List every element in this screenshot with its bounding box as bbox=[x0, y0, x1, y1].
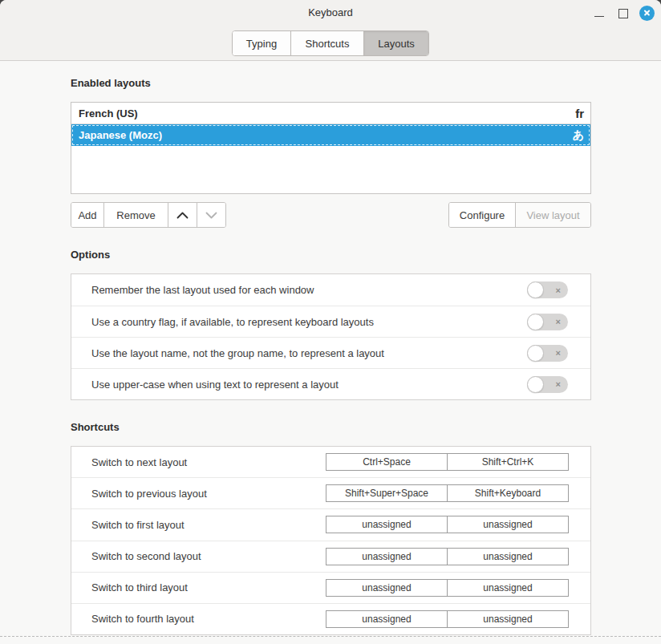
keybinding-cell[interactable]: unassigned bbox=[447, 580, 568, 596]
options-heading: Options bbox=[71, 249, 591, 261]
keyboard-settings-window: Keyboard Typing Shortcuts Layouts Enable… bbox=[0, 0, 661, 644]
titlebar[interactable]: Keyboard bbox=[0, 0, 661, 26]
keybinding-cell[interactable]: unassigned bbox=[326, 611, 447, 627]
enabled-layouts-heading: Enabled layouts bbox=[71, 77, 591, 90]
toggle-off-icon: × bbox=[556, 380, 561, 389]
toggle-off-icon: × bbox=[556, 318, 561, 326]
keybinding-cell[interactable]: unassigned bbox=[447, 549, 568, 565]
tab-shortcuts[interactable]: Shortcuts bbox=[290, 31, 363, 55]
option-label: Use a country flag, if available, to rep… bbox=[91, 316, 374, 328]
window-title: Keyboard bbox=[0, 6, 661, 18]
maximize-icon[interactable] bbox=[616, 6, 629, 19]
keybinding-cell[interactable]: unassigned bbox=[326, 549, 447, 565]
shortcut-label: Switch to next layout bbox=[91, 456, 187, 468]
move-up-button[interactable] bbox=[168, 203, 197, 227]
options-panel: Remember the last layout used for each w… bbox=[71, 273, 591, 400]
shortcut-label: Switch to previous layout bbox=[91, 488, 207, 500]
keybinding-pair: Ctrl+Space Shift+Ctrl+K bbox=[326, 453, 569, 471]
shortcut-label: Switch to first layout bbox=[91, 519, 185, 531]
toggle-country-flag[interactable]: × bbox=[527, 314, 568, 330]
configure-button-group: Configure View layout bbox=[448, 202, 591, 228]
minimize-icon[interactable] bbox=[593, 6, 606, 19]
layout-list-buttons: Add Remove Configure View layout bbox=[71, 202, 591, 228]
keybinding-cell[interactable]: Shift+Super+Space bbox=[326, 485, 447, 501]
add-button[interactable]: Add bbox=[71, 203, 103, 227]
layout-row-japanese[interactable]: Japanese (Mozc) あ bbox=[71, 124, 590, 146]
option-country-flag: Use a country flag, if available, to rep… bbox=[71, 306, 590, 337]
keybinding-cell[interactable]: unassigned bbox=[447, 611, 568, 627]
close-icon[interactable] bbox=[639, 6, 655, 21]
shortcut-previous-layout: Switch to previous layout Shift+Super+Sp… bbox=[71, 477, 590, 508]
toggle-knob bbox=[527, 376, 544, 393]
edit-button-group: Add Remove bbox=[71, 202, 226, 228]
toggle-remember-last-layout[interactable]: × bbox=[527, 281, 568, 298]
option-upper-case: Use upper-case when using text to repres… bbox=[71, 368, 590, 399]
move-down-button[interactable] bbox=[197, 203, 225, 227]
view-layout-button[interactable]: View layout bbox=[515, 203, 590, 227]
shortcut-label: Switch to second layout bbox=[91, 550, 201, 562]
shortcut-next-layout: Switch to next layout Ctrl+Space Shift+C… bbox=[71, 447, 590, 477]
option-label: Remember the last layout used for each w… bbox=[91, 284, 314, 296]
tab-typing[interactable]: Typing bbox=[233, 31, 290, 55]
keybinding-pair: unassigned unassigned bbox=[326, 610, 569, 628]
shortcut-first-layout: Switch to first layout unassigned unassi… bbox=[71, 508, 590, 540]
keybinding-cell[interactable]: unassigned bbox=[326, 516, 447, 533]
layouts-page: Enabled layouts French (US) fr Japanese … bbox=[0, 77, 661, 635]
layout-name: French (US) bbox=[79, 107, 138, 119]
toggle-knob bbox=[527, 281, 544, 298]
option-remember-last-layout: Remember the last layout used for each w… bbox=[71, 274, 590, 306]
shortcut-label: Switch to fourth layout bbox=[91, 613, 194, 625]
keybinding-cell[interactable]: Ctrl+Space bbox=[326, 454, 447, 470]
shortcut-second-layout: Switch to second layout unassigned unass… bbox=[71, 541, 590, 572]
layout-indicator-ja: あ bbox=[573, 128, 584, 143]
configure-button[interactable]: Configure bbox=[449, 203, 515, 227]
shortcuts-heading: Shortcuts bbox=[71, 421, 591, 434]
toggle-knob bbox=[527, 314, 544, 330]
keybinding-pair: unassigned unassigned bbox=[326, 579, 569, 597]
keybinding-cell[interactable]: unassigned bbox=[326, 580, 447, 596]
keybinding-cell[interactable]: Shift+Keyboard bbox=[447, 485, 568, 501]
tab-group: Typing Shortcuts Layouts bbox=[232, 30, 429, 56]
option-layout-name: Use the layout name, not the group name,… bbox=[71, 337, 590, 368]
shortcut-fourth-layout: Switch to fourth layout unassigned unass… bbox=[71, 603, 590, 634]
tab-layouts[interactable]: Layouts bbox=[363, 31, 428, 55]
window-header: Keyboard Typing Shortcuts Layouts bbox=[0, 0, 661, 61]
remove-button[interactable]: Remove bbox=[103, 203, 168, 227]
keybinding-pair: unassigned unassigned bbox=[326, 548, 569, 565]
toggle-layout-name[interactable]: × bbox=[527, 345, 568, 362]
keybinding-cell[interactable]: Shift+Ctrl+K bbox=[447, 454, 568, 470]
toggle-upper-case[interactable]: × bbox=[527, 376, 568, 393]
keybinding-pair: Shift+Super+Space Shift+Keyboard bbox=[326, 484, 569, 502]
option-label: Use the layout name, not the group name,… bbox=[91, 347, 384, 359]
tab-bar: Typing Shortcuts Layouts bbox=[0, 30, 661, 56]
option-label: Use upper-case when using text to repres… bbox=[91, 379, 339, 391]
chevron-down-icon bbox=[205, 212, 217, 219]
keybinding-cell[interactable]: unassigned bbox=[447, 516, 568, 533]
shortcut-third-layout: Switch to third layout unassigned unassi… bbox=[71, 572, 590, 603]
shortcut-label: Switch to third layout bbox=[91, 581, 188, 593]
window-controls bbox=[593, 0, 655, 26]
enabled-layouts-list: French (US) fr Japanese (Mozc) あ bbox=[71, 102, 591, 194]
layout-row-french[interactable]: French (US) fr bbox=[71, 103, 590, 124]
layout-indicator-fr: fr bbox=[575, 107, 584, 120]
toggle-knob bbox=[527, 345, 544, 362]
keybinding-pair: unassigned unassigned bbox=[326, 516, 569, 533]
shortcuts-panel: Switch to next layout Ctrl+Space Shift+C… bbox=[71, 446, 591, 635]
toggle-off-icon: × bbox=[556, 349, 561, 358]
chevron-up-icon bbox=[176, 212, 189, 219]
toggle-off-icon: × bbox=[556, 286, 561, 294]
resize-grip-line[interactable] bbox=[0, 636, 661, 637]
layout-name: Japanese (Mozc) bbox=[79, 129, 162, 141]
